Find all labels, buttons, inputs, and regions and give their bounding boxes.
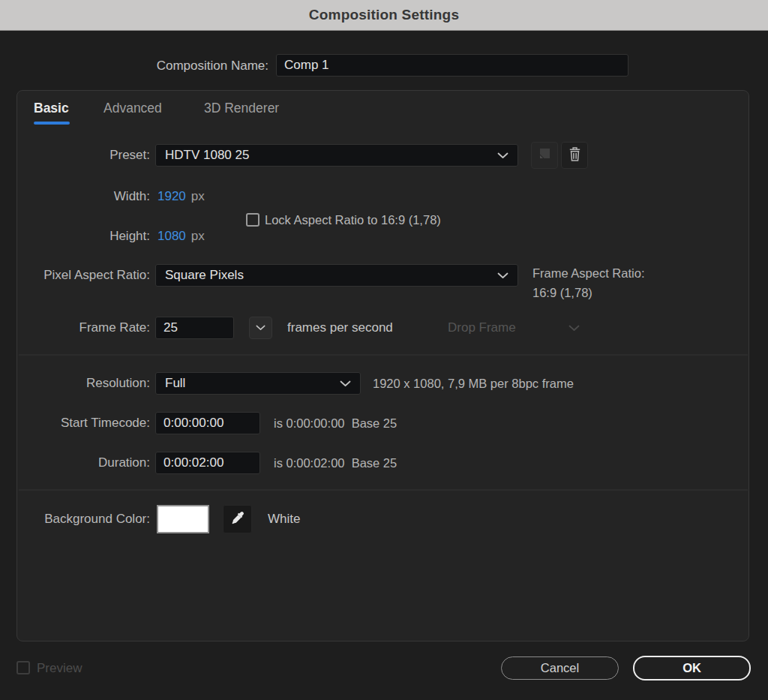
preview-checkbox [16,661,30,674]
chevron-down-icon [568,325,580,332]
composition-settings-dialog: Composition Settings Composition Name: B… [0,0,768,700]
eyedropper-icon [230,510,245,528]
resolution-label: Resolution: [0,372,150,395]
separator [19,489,748,491]
duration-input[interactable] [155,452,260,474]
save-preset-icon [537,146,552,164]
trash-icon [567,146,583,166]
background-color-name: White [268,505,300,533]
settings-panel [16,90,749,641]
resolution-dropdown[interactable]: Full [155,372,361,395]
width-label: Width: [0,186,150,207]
frame-rate-label: Frame Rate: [0,317,150,339]
width-value-row: 1920px [158,186,205,207]
titlebar: Composition Settings [0,0,768,31]
lock-aspect-ratio-label: Lock Aspect Ratio to 16:9 (1,78) [265,213,441,227]
separator [19,354,748,356]
start-timecode-info: is 0:00:00:00 Base 25 [274,412,397,434]
resolution-value: Full [165,376,340,391]
preset-value: HDTV 1080 25 [165,148,497,163]
save-preset-button[interactable] [531,142,558,169]
chevron-down-icon [340,380,351,387]
tab-3d-renderer[interactable]: 3D Renderer [204,101,279,116]
composition-name-label: Composition Name: [0,55,268,77]
preset-label: Preset: [0,144,150,167]
background-color-swatch[interactable] [157,505,209,533]
active-tab-underline [34,122,70,125]
ok-button[interactable]: OK [633,656,751,680]
preview-label: Preview [37,661,82,675]
composition-name-input[interactable] [276,54,628,77]
frame-rate-input[interactable] [155,317,234,339]
height-unit: px [191,229,205,243]
duration-info: is 0:00:02:00 Base 25 [274,452,397,474]
width-unit: px [191,189,205,203]
height-value-row: 1080px [158,226,205,247]
frame-aspect-ratio-label: Frame Aspect Ratio: [532,266,644,281]
drop-frame-value: Drop Frame [448,320,568,335]
height-value[interactable]: 1080 [158,229,186,243]
drop-frame-dropdown-disabled: Drop Frame [439,317,589,339]
cancel-button[interactable]: Cancel [501,656,619,680]
pixel-aspect-ratio-value: Square Pixels [165,268,497,283]
delete-preset-button[interactable] [561,142,588,169]
resolution-info: 1920 x 1080, 7,9 MB per 8bpc frame [373,372,574,395]
duration-label: Duration: [0,452,150,474]
chevron-down-icon [497,152,508,159]
width-value[interactable]: 1920 [158,189,186,203]
dialog-title: Composition Settings [309,7,459,23]
eyedropper-button[interactable] [223,505,252,533]
height-label: Height: [0,226,150,247]
start-timecode-label: Start Timecode: [0,412,150,434]
background-color-label: Background Color: [0,505,150,533]
chevron-down-icon [497,272,508,279]
frame-rate-dropdown-button[interactable] [249,317,272,339]
preset-dropdown[interactable]: HDTV 1080 25 [155,144,518,167]
start-timecode-input[interactable] [155,412,260,434]
tab-advanced[interactable]: Advanced [104,101,162,116]
frames-per-second-label: frames per second [287,317,393,339]
tab-basic[interactable]: Basic [34,101,69,116]
frame-aspect-ratio-value: 16:9 (1,78) [532,286,592,300]
pixel-aspect-ratio-dropdown[interactable]: Square Pixels [155,264,518,287]
lock-aspect-ratio-checkbox[interactable] [246,213,260,227]
chevron-down-icon [256,325,266,331]
pixel-aspect-ratio-label: Pixel Aspect Ratio: [0,264,150,287]
